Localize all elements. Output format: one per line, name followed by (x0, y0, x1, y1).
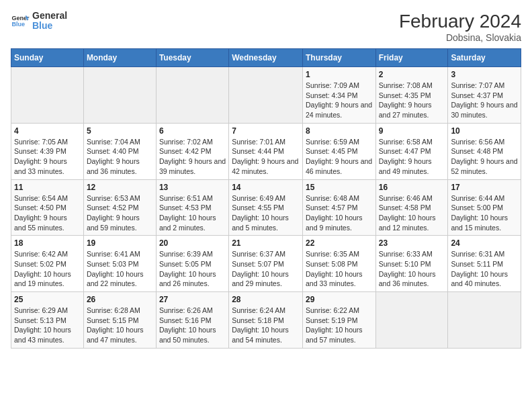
calendar-week-row: 25Sunrise: 6:29 AMSunset: 5:13 PMDayligh… (11, 292, 521, 349)
calendar-header-row: SundayMondayTuesdayWednesdayThursdayFrid… (11, 49, 521, 67)
calendar-cell: 9Sunrise: 6:58 AMSunset: 4:47 PMDaylight… (375, 123, 448, 179)
day-info: Sunrise: 7:02 AMSunset: 4:42 PMDaylight:… (159, 137, 226, 177)
day-number: 19 (87, 238, 153, 248)
calendar-cell: 3Sunrise: 7:07 AMSunset: 4:37 PMDaylight… (448, 67, 521, 124)
day-number: 29 (306, 295, 373, 304)
day-number: 17 (451, 183, 518, 192)
day-info: Sunrise: 7:05 AMSunset: 4:39 PMDaylight:… (14, 137, 81, 177)
calendar-cell: 29Sunrise: 6:22 AMSunset: 5:19 PMDayligh… (302, 292, 375, 349)
calendar-cell: 10Sunrise: 6:56 AMSunset: 4:48 PMDayligh… (448, 123, 521, 179)
day-info: Sunrise: 6:54 AMSunset: 4:50 PMDaylight:… (14, 193, 81, 233)
day-info: Sunrise: 6:31 AMSunset: 5:11 PMDaylight:… (451, 249, 518, 289)
weekday-header-thursday: Thursday (302, 49, 375, 67)
day-info: Sunrise: 6:39 AMSunset: 5:05 PMDaylight:… (159, 249, 226, 289)
calendar-cell: 24Sunrise: 6:31 AMSunset: 5:11 PMDayligh… (448, 236, 521, 292)
day-number: 11 (14, 183, 81, 192)
day-number: 23 (379, 238, 445, 248)
calendar-body: 1Sunrise: 7:09 AMSunset: 4:34 PMDaylight… (11, 67, 521, 349)
day-info: Sunrise: 6:59 AMSunset: 4:45 PMDaylight:… (306, 137, 373, 177)
day-number: 28 (232, 295, 300, 304)
calendar-cell (156, 67, 228, 124)
day-number: 15 (306, 183, 373, 192)
weekday-header-monday: Monday (83, 49, 156, 67)
day-number: 4 (14, 126, 81, 136)
day-number: 5 (87, 126, 153, 136)
day-number: 9 (379, 126, 445, 136)
day-info: Sunrise: 6:58 AMSunset: 4:47 PMDaylight:… (379, 137, 445, 177)
calendar-cell: 14Sunrise: 6:49 AMSunset: 4:55 PMDayligh… (229, 179, 303, 236)
day-info: Sunrise: 6:28 AMSunset: 5:15 PMDaylight:… (87, 306, 153, 345)
weekday-header-saturday: Saturday (448, 49, 521, 67)
day-number: 26 (87, 295, 153, 304)
calendar-cell: 7Sunrise: 7:01 AMSunset: 4:44 PMDaylight… (229, 123, 303, 179)
day-info: Sunrise: 6:42 AMSunset: 5:02 PMDaylight:… (14, 249, 81, 289)
calendar-cell: 27Sunrise: 6:26 AMSunset: 5:16 PMDayligh… (156, 292, 228, 349)
day-info: Sunrise: 6:37 AMSunset: 5:07 PMDaylight:… (232, 249, 300, 289)
day-number: 6 (159, 126, 226, 136)
day-info: Sunrise: 6:49 AMSunset: 4:55 PMDaylight:… (232, 193, 300, 233)
calendar-cell: 12Sunrise: 6:53 AMSunset: 4:52 PMDayligh… (83, 179, 156, 236)
svg-text:Blue: Blue (11, 21, 25, 28)
calendar-cell: 26Sunrise: 6:28 AMSunset: 5:15 PMDayligh… (83, 292, 156, 349)
title-block: February 2024 Dobsina, Slovakia (399, 11, 521, 43)
calendar-cell: 1Sunrise: 7:09 AMSunset: 4:34 PMDaylight… (302, 67, 375, 124)
weekday-header-tuesday: Tuesday (156, 49, 228, 67)
day-number: 20 (159, 238, 226, 248)
page-header: General Blue General Blue February 2024 … (11, 11, 521, 43)
weekday-header-wednesday: Wednesday (229, 49, 303, 67)
calendar-cell: 21Sunrise: 6:37 AMSunset: 5:07 PMDayligh… (229, 236, 303, 292)
day-number: 13 (159, 183, 226, 192)
calendar-cell: 28Sunrise: 6:24 AMSunset: 5:18 PMDayligh… (229, 292, 303, 349)
day-info: Sunrise: 6:51 AMSunset: 4:53 PMDaylight:… (159, 193, 226, 233)
calendar-cell: 16Sunrise: 6:46 AMSunset: 4:58 PMDayligh… (375, 179, 448, 236)
logo-text-blue: Blue (32, 21, 67, 31)
day-number: 1 (306, 70, 373, 79)
calendar-cell: 2Sunrise: 7:08 AMSunset: 4:35 PMDaylight… (375, 67, 448, 124)
calendar-cell: 13Sunrise: 6:51 AMSunset: 4:53 PMDayligh… (156, 179, 228, 236)
day-info: Sunrise: 6:48 AMSunset: 4:57 PMDaylight:… (306, 193, 373, 233)
calendar-week-row: 11Sunrise: 6:54 AMSunset: 4:50 PMDayligh… (11, 179, 521, 236)
logo-text-general: General (32, 11, 67, 21)
day-info: Sunrise: 7:04 AMSunset: 4:40 PMDaylight:… (87, 137, 153, 177)
day-info: Sunrise: 6:53 AMSunset: 4:52 PMDaylight:… (87, 193, 153, 233)
calendar-cell: 6Sunrise: 7:02 AMSunset: 4:42 PMDaylight… (156, 123, 228, 179)
day-info: Sunrise: 6:26 AMSunset: 5:16 PMDaylight:… (159, 306, 226, 345)
calendar-cell (229, 67, 303, 124)
calendar-cell: 22Sunrise: 6:35 AMSunset: 5:08 PMDayligh… (302, 236, 375, 292)
calendar-cell (448, 292, 521, 349)
day-number: 16 (379, 183, 445, 192)
calendar-table: SundayMondayTuesdayWednesdayThursdayFrid… (11, 48, 521, 349)
day-number: 18 (14, 238, 81, 248)
day-number: 27 (159, 295, 226, 304)
day-number: 14 (232, 183, 300, 192)
calendar-cell: 8Sunrise: 6:59 AMSunset: 4:45 PMDaylight… (302, 123, 375, 179)
day-info: Sunrise: 6:33 AMSunset: 5:10 PMDaylight:… (379, 249, 445, 289)
day-info: Sunrise: 7:09 AMSunset: 4:34 PMDaylight:… (306, 81, 373, 120)
day-info: Sunrise: 6:44 AMSunset: 5:00 PMDaylight:… (451, 193, 518, 233)
logo: General Blue General Blue (11, 11, 67, 32)
day-number: 21 (232, 238, 300, 248)
day-info: Sunrise: 6:41 AMSunset: 5:03 PMDaylight:… (87, 249, 153, 289)
day-info: Sunrise: 6:56 AMSunset: 4:48 PMDaylight:… (451, 137, 518, 177)
calendar-cell (375, 292, 448, 349)
calendar-cell: 20Sunrise: 6:39 AMSunset: 5:05 PMDayligh… (156, 236, 228, 292)
day-info: Sunrise: 6:35 AMSunset: 5:08 PMDaylight:… (306, 249, 373, 289)
day-number: 22 (306, 238, 373, 248)
day-number: 12 (87, 183, 153, 192)
calendar-cell: 19Sunrise: 6:41 AMSunset: 5:03 PMDayligh… (83, 236, 156, 292)
day-info: Sunrise: 6:29 AMSunset: 5:13 PMDaylight:… (14, 306, 81, 345)
day-info: Sunrise: 6:46 AMSunset: 4:58 PMDaylight:… (379, 193, 445, 233)
calendar-cell: 4Sunrise: 7:05 AMSunset: 4:39 PMDaylight… (11, 123, 84, 179)
calendar-week-row: 4Sunrise: 7:05 AMSunset: 4:39 PMDaylight… (11, 123, 521, 179)
calendar-cell: 23Sunrise: 6:33 AMSunset: 5:10 PMDayligh… (375, 236, 448, 292)
day-number: 3 (451, 70, 518, 79)
day-number: 2 (379, 70, 445, 79)
day-number: 8 (306, 126, 373, 136)
day-number: 25 (14, 295, 81, 304)
calendar-cell (11, 67, 84, 124)
weekday-header-friday: Friday (375, 49, 448, 67)
page-title: February 2024 (399, 11, 521, 32)
calendar-cell: 5Sunrise: 7:04 AMSunset: 4:40 PMDaylight… (83, 123, 156, 179)
calendar-cell: 17Sunrise: 6:44 AMSunset: 5:00 PMDayligh… (448, 179, 521, 236)
day-info: Sunrise: 7:07 AMSunset: 4:37 PMDaylight:… (451, 81, 518, 120)
